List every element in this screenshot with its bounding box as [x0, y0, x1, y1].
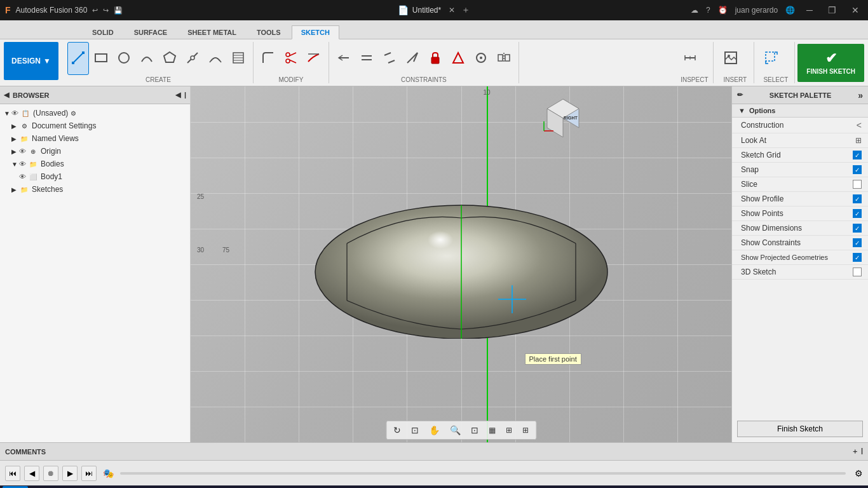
show-dimensions-checkbox[interactable]: ✓ — [853, 224, 862, 233]
tab-sketch[interactable]: SKETCH — [292, 25, 339, 39]
add-tab-icon[interactable]: ＋ — [461, 4, 470, 16]
tree-item-doc-settings[interactable]: ▶ ⚙ Document Settings — [0, 119, 190, 132]
rectangle-tool[interactable] — [90, 42, 112, 75]
palette-look-at[interactable]: Look At ⊞ — [732, 133, 868, 148]
close-tab-icon[interactable]: ✕ — [449, 6, 455, 15]
palette-show-constraints[interactable]: Show Constraints ✓ — [732, 236, 868, 250]
eye-icon-origin[interactable]: 👁 — [19, 147, 26, 155]
sketch-grid-checkbox[interactable]: ✓ — [853, 151, 862, 159]
look-at-btn[interactable]: ⊡ — [407, 423, 423, 438]
palette-options-header[interactable]: ▼ Options — [732, 104, 868, 118]
palette-sketch-grid[interactable]: Sketch Grid ✓ — [732, 148, 868, 163]
trim-tool[interactable] — [182, 42, 203, 75]
snap-checkbox[interactable]: ✓ — [853, 165, 862, 174]
eye-icon-body1[interactable]: 👁 — [19, 173, 26, 180]
design-button[interactable]: DESIGN ▼ — [4, 42, 58, 80]
measure-tool[interactable] — [679, 42, 701, 75]
unsaved-settings-icon[interactable]: ⚙ — [71, 110, 76, 117]
show-constraints-checkbox[interactable]: ✓ — [853, 238, 862, 247]
timeline-start-btn[interactable]: ⏮ — [5, 466, 20, 481]
palette-show-profile[interactable]: Show Profile ✓ — [732, 192, 868, 207]
show-profile-checkbox[interactable]: ✓ — [853, 194, 862, 203]
undo-btn[interactable]: ↩ — [92, 6, 98, 15]
tab-sheet-metal[interactable]: SHEET METAL — [178, 25, 246, 39]
comments-expand-icon[interactable]: | — [861, 447, 863, 456]
sketch-3d-checkbox[interactable] — [853, 268, 862, 276]
display-settings-btn[interactable]: ▦ — [484, 423, 500, 438]
tab-tools[interactable]: TOOLS — [247, 25, 290, 39]
orbit-btn[interactable]: ↻ — [389, 423, 405, 438]
zoom-btn[interactable]: 🔍 — [445, 423, 465, 438]
palette-show-dimensions[interactable]: Show Dimensions ✓ — [732, 221, 868, 236]
show-points-checkbox[interactable]: ✓ — [853, 209, 862, 218]
eye-icon-bodies[interactable]: 👁 — [19, 160, 26, 168]
symmetry-tool[interactable] — [493, 42, 515, 75]
lock-tool[interactable] — [424, 42, 446, 75]
parallel-tool[interactable] — [379, 42, 400, 75]
select-tool[interactable] — [761, 42, 782, 75]
arc-tool[interactable] — [136, 42, 158, 75]
tree-item-unsaved[interactable]: ▼ 👁 📋 (Unsaved) ⚙ — [0, 107, 190, 119]
equal-tool[interactable] — [356, 42, 377, 75]
view-type-btn[interactable]: ⊞ — [518, 423, 533, 438]
eye-icon-unsaved[interactable]: 👁 — [11, 109, 18, 117]
tree-item-body1[interactable]: 👁 ⬜ Body1 — [0, 170, 190, 183]
tree-item-named-views[interactable]: ▶ 📁 Named Views — [0, 132, 190, 145]
perpendicular-tool[interactable] — [402, 42, 423, 75]
minimize-btn[interactable]: ─ — [803, 4, 817, 17]
viewcube[interactable]: RIGHT — [541, 93, 585, 137]
palette-show-projected[interactable]: Show Projected Geometries ✓ — [732, 250, 868, 265]
palette-construction[interactable]: Construction < — [732, 118, 868, 133]
circle-tool[interactable] — [113, 42, 135, 75]
tree-arrow-doc-settings[interactable]: ▶ — [11, 123, 19, 130]
timeline-record-btn[interactable]: ⏺ — [43, 466, 58, 481]
settings-icon[interactable]: ⚙ — [855, 468, 863, 478]
browser-arrow-icon[interactable]: ◀ — [4, 91, 9, 99]
browser-expand-icon[interactable]: | — [184, 91, 186, 99]
timeline-end-btn[interactable]: ⏭ — [81, 466, 97, 481]
fit-screen-btn[interactable]: ⊡ — [466, 423, 483, 438]
horizontal-tool[interactable] — [333, 42, 355, 75]
point-tool[interactable] — [470, 42, 492, 75]
finish-sketch-button[interactable]: ✔ FINISH SKETCH — [797, 44, 864, 82]
palette-snap[interactable]: Snap ✓ — [732, 163, 868, 177]
palette-expand-icon[interactable]: » — [858, 90, 863, 100]
offset-tool[interactable] — [205, 42, 226, 75]
fillet-tool[interactable] — [257, 42, 279, 75]
grid-btn[interactable]: ⊞ — [501, 423, 517, 438]
tree-arrow-named-views[interactable]: ▶ — [11, 135, 19, 142]
save-btn[interactable]: 💾 — [114, 6, 123, 15]
tab-solid[interactable]: SOLID — [83, 25, 123, 39]
show-projected-checkbox[interactable]: ✓ — [853, 253, 862, 262]
palette-3d-sketch[interactable]: 3D Sketch — [732, 265, 868, 280]
timeline-next-btn[interactable]: ▶ — [62, 466, 78, 481]
tab-surface[interactable]: SURFACE — [125, 25, 177, 39]
palette-slice[interactable]: Slice — [732, 177, 868, 192]
help-icon[interactable]: ? — [706, 6, 710, 15]
tree-arrow-bodies[interactable]: ▼ — [11, 161, 19, 168]
scissors-tool[interactable] — [280, 42, 302, 75]
pan-btn[interactable]: ✋ — [424, 423, 444, 438]
comments-add-icon[interactable]: ＋ — [851, 447, 858, 456]
timeline-track[interactable] — [120, 472, 846, 475]
tree-item-sketches[interactable]: ▶ 📁 Sketches — [0, 183, 190, 196]
insert-image-tool[interactable] — [720, 42, 742, 75]
timeline-prev-btn[interactable]: ◀ — [24, 466, 39, 481]
polygon-tool[interactable] — [159, 42, 180, 75]
finish-sketch-palette-button[interactable]: Finish Sketch — [737, 421, 863, 437]
redo-btn[interactable]: ↪ — [103, 6, 109, 15]
tree-arrow-unsaved[interactable]: ▼ — [4, 110, 11, 117]
tree-item-bodies[interactable]: ▼ 👁 📁 Bodies — [0, 158, 190, 170]
browser-collapse-icon[interactable]: ◀ — [175, 91, 180, 99]
hatch-tool[interactable] — [227, 42, 249, 75]
tree-arrow-origin[interactable]: ▶ — [11, 148, 19, 155]
tree-arrow-sketches[interactable]: ▶ — [11, 186, 19, 193]
slice-checkbox[interactable] — [853, 180, 862, 189]
tree-item-origin[interactable]: ▶ 👁 ⊕ Origin — [0, 145, 190, 158]
close-btn[interactable]: ✕ — [848, 4, 863, 17]
line-tool[interactable] — [67, 42, 89, 75]
extend-tool[interactable] — [303, 42, 325, 75]
palette-show-points[interactable]: Show Points ✓ — [732, 207, 868, 221]
tangent-tool[interactable] — [447, 42, 469, 75]
restore-btn[interactable]: ❐ — [824, 4, 840, 17]
